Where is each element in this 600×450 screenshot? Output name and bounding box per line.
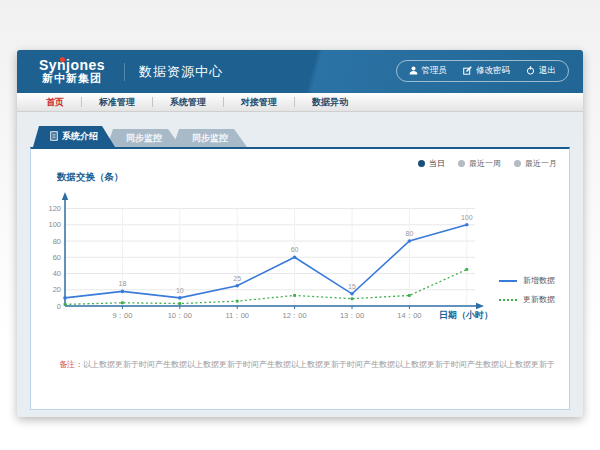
logout-label: 退出 (539, 65, 556, 77)
nav-item-interface-mgmt[interactable]: 对接管理 (224, 96, 294, 109)
logo-text-cn: 新中新集团 (36, 73, 108, 85)
page-title: 数据资源中心 (124, 63, 223, 81)
tab-sync-monitor-2-label: 同步监控 (192, 132, 228, 145)
radio-dot-icon (458, 160, 465, 167)
svg-text:12：00: 12：00 (283, 311, 307, 320)
filter-today[interactable]: 当日 (418, 158, 445, 169)
svg-text:100: 100 (48, 220, 61, 229)
tab-sync-monitor-2[interactable]: 同步监控 (173, 129, 247, 147)
svg-text:100: 100 (461, 214, 473, 221)
edit-icon (463, 66, 472, 77)
app-window: Synjones 新中新集团 数据资源中心 管理员 修改密码 退出 (17, 50, 583, 417)
legend-updated-data-label: 更新数据 (523, 294, 555, 305)
user-actions-bar: 管理员 修改密码 退出 (396, 60, 570, 82)
legend-item-new-data[interactable]: 新增数据 (499, 275, 555, 286)
user-icon (409, 66, 418, 77)
svg-text:20: 20 (53, 285, 61, 294)
filter-last-week[interactable]: 最近一周 (458, 158, 501, 169)
footnote-text: 以上数据更新于时间产生数据以上数据更新于时间产生数据以上数据更新于时间产生数据以… (83, 360, 555, 369)
filter-today-label: 当日 (429, 158, 445, 169)
footnote-label: 备注： (59, 360, 83, 369)
filter-last-week-label: 最近一周 (469, 158, 501, 169)
tab-sync-monitor-1-label: 同步监控 (126, 132, 162, 145)
radio-dot-icon (514, 160, 521, 167)
data-exchange-line-chart: 0204060801001209：0010：0011：0012：0013：001… (37, 191, 497, 331)
svg-text:60: 60 (291, 246, 299, 253)
main-nav: 首页 标准管理 系统管理 对接管理 数据异动 (17, 93, 583, 112)
admin-user-button[interactable]: 管理员 (409, 65, 448, 77)
content-area: 系统介绍 同步监控 同步监控 当日 最近一周 (17, 112, 583, 417)
power-icon (526, 66, 535, 77)
svg-text:25: 25 (233, 275, 241, 282)
tab-sync-monitor-1[interactable]: 同步监控 (107, 129, 181, 147)
svg-text:40: 40 (53, 269, 61, 278)
svg-text:11：00: 11：00 (225, 311, 249, 320)
nav-item-system-mgmt[interactable]: 系统管理 (153, 96, 223, 109)
change-password-button[interactable]: 修改密码 (463, 65, 510, 77)
document-icon (50, 131, 58, 143)
app-header: Synjones 新中新集团 数据资源中心 管理员 修改密码 退出 (17, 50, 583, 93)
green-dotted-line-icon (499, 299, 517, 301)
footnote: 备注：以上数据更新于时间产生数据以上数据更新于时间产生数据以上数据更新于时间产生… (59, 359, 555, 370)
svg-text:80: 80 (53, 237, 61, 246)
chart-container: 0204060801001209：0010：0011：0012：0013：001… (37, 191, 583, 341)
svg-text:10：00: 10：00 (168, 311, 192, 320)
tab-system-intro[interactable]: 系统介绍 (33, 126, 115, 147)
legend-new-data-label: 新增数据 (523, 275, 555, 286)
svg-text:13：00: 13：00 (340, 311, 364, 320)
nav-item-data-change[interactable]: 数据异动 (295, 96, 365, 109)
filter-last-month-label: 最近一月 (525, 158, 557, 169)
brand-logo: Synjones 新中新集团 (36, 58, 108, 84)
svg-text:60: 60 (53, 253, 61, 262)
svg-text:18: 18 (119, 280, 127, 287)
svg-text:15: 15 (348, 283, 356, 290)
svg-text:日期（小时）: 日期（小时） (439, 310, 493, 320)
svg-text:80: 80 (406, 230, 414, 237)
tab-system-intro-label: 系统介绍 (62, 130, 98, 143)
svg-text:14：00: 14：00 (397, 311, 421, 320)
legend-item-updated-data[interactable]: 更新数据 (499, 294, 555, 305)
change-password-label: 修改密码 (476, 65, 510, 77)
tab-bar: 系统介绍 同步监控 同步监控 (33, 126, 570, 147)
svg-text:9：00: 9：00 (112, 311, 132, 320)
logout-button[interactable]: 退出 (526, 65, 556, 77)
filter-last-month[interactable]: 最近一月 (514, 158, 557, 169)
nav-item-standard-mgmt[interactable]: 标准管理 (82, 96, 152, 109)
admin-user-label: 管理员 (422, 65, 448, 77)
logo-text-en: Synjones (36, 58, 108, 73)
svg-text:120: 120 (48, 204, 61, 213)
radio-dot-icon (418, 160, 425, 167)
chart-panel: 当日 最近一周 最近一月 数据交换（条） 0204060801001209：00… (30, 147, 570, 410)
chart-legend: 新增数据 更新数据 (499, 275, 555, 305)
chart-y-axis-title: 数据交换（条） (57, 171, 124, 184)
svg-text:0: 0 (57, 302, 61, 311)
time-filter-group: 当日 最近一周 最近一月 (418, 158, 557, 169)
nav-item-home[interactable]: 首页 (29, 96, 81, 109)
svg-text:10: 10 (176, 287, 184, 294)
blue-line-icon (499, 280, 517, 282)
